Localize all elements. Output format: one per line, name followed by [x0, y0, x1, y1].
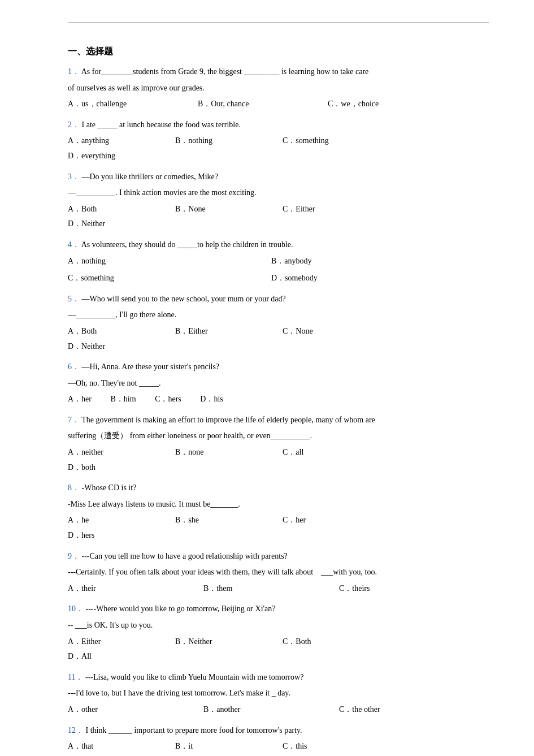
q6-optA: A．her — [68, 395, 92, 403]
question-2: 2． I ate _____ at lunch because the food… — [68, 118, 489, 164]
q7-optA: A．neither — [68, 445, 170, 460]
q8-optB: B．she — [175, 513, 277, 528]
q3-options: A．Both B．None C．Either D．Neither — [68, 202, 489, 232]
q10-optB: B．Neither — [175, 634, 277, 650]
q3-optC: C．Either — [283, 202, 384, 217]
q5-text2: —__________, I'll go there alone. — [68, 308, 489, 323]
q10-content1: ----Where would you like to go tomorrow,… — [86, 604, 276, 613]
q9-content1: ---Can you tell me how to have a good re… — [82, 552, 288, 560]
q11-optC: C．the other — [339, 702, 469, 718]
q12-content: I think ______ important to prepare more… — [86, 726, 302, 735]
q2-optD: D．everything — [68, 149, 170, 164]
top-divider — [68, 23, 489, 23]
q4-optC: C．something — [68, 271, 266, 286]
q10-optA: A．Either — [68, 634, 170, 650]
question-12: 12． I think ______ important to prepare … — [68, 723, 489, 756]
question-8: 8． -Whose CD is it? -Miss Lee always lis… — [68, 481, 489, 543]
q9-text2: ---Certainly. If you often talk about yo… — [68, 565, 489, 580]
q4-num: 4． — [68, 240, 80, 249]
q3-content1: —Do you like thrillers or comedies, Mike… — [82, 172, 218, 181]
q9-optC: C．theirs — [339, 581, 469, 597]
q4-optB: B．anybody — [271, 254, 429, 269]
q6-text1: 6． —Hi, Anna. Are these your sister's pe… — [68, 360, 489, 375]
q6-text2: —Oh, no. They're not _____. — [68, 376, 489, 391]
q5-optC: C．None — [283, 324, 384, 339]
q1-content: As for________students from Grade 9, the… — [81, 67, 369, 76]
q2-optB: B．nothing — [175, 133, 277, 149]
q5-text1: 5． —Who will send you to the new school,… — [68, 292, 489, 307]
q1-num: 1． — [68, 67, 80, 76]
q10-options: A．Either B．Neither C．Both D．All — [68, 634, 489, 664]
q12-options: A．that B．it C．this D．us — [68, 739, 489, 756]
q11-content1: ---Lisa, would you like to climb Yuelu M… — [85, 673, 303, 681]
q11-optB: B．another — [203, 702, 333, 718]
q12-optB: B．it — [175, 739, 277, 754]
q4-content: As volunteers, they should do _____to he… — [81, 240, 293, 249]
q8-optD: D．hers — [68, 528, 170, 543]
q6-options-inline: A．her B．him C．hers D．his — [68, 392, 489, 407]
q2-content: I ate _____ at lunch because the food wa… — [82, 120, 241, 129]
q3-text1: 3． —Do you like thrillers or comedies, M… — [68, 170, 489, 185]
question-11: 11． ---Lisa, would you like to climb Yue… — [68, 670, 489, 718]
q10-num: 10． — [68, 604, 84, 613]
q1-text2: of ourselves as well as improve our grad… — [68, 81, 489, 96]
q8-text2: -Miss Lee always listens to music. It mu… — [68, 497, 489, 512]
q10-text1: 10． ----Where would you like to go tomor… — [68, 602, 489, 617]
q5-optB: B．Either — [175, 324, 277, 339]
q3-text2: —__________. I think action movies are t… — [68, 185, 489, 201]
q3-num: 3． — [68, 172, 80, 181]
q2-optC: C．something — [283, 133, 384, 149]
question-9: 9． ---Can you tell me how to have a good… — [68, 549, 489, 597]
q3-optA: A．Both — [68, 202, 170, 217]
q8-num: 8． — [68, 483, 80, 492]
q9-options: A．their B．them C．theirs — [68, 581, 489, 597]
q11-num: 11． — [68, 673, 83, 681]
q8-text1: 8． -Whose CD is it? — [68, 481, 489, 496]
q1-optB: B．Our, chance — [198, 97, 322, 112]
q6-optD: D．his — [200, 395, 223, 403]
q5-optD: D．Neither — [68, 339, 170, 355]
q7-num: 7． — [68, 416, 80, 424]
q9-optB: B．them — [203, 581, 333, 597]
q11-options: A．other B．another C．the other — [68, 702, 489, 718]
q1-text: 1． As for________students from Grade 9, … — [68, 64, 489, 80]
question-1: 1． As for________students from Grade 9, … — [68, 64, 489, 112]
question-4: 4． As volunteers, they should do _____to… — [68, 237, 489, 286]
q4-optD: D．somebody — [271, 271, 429, 286]
q7-optC: C．all — [283, 445, 384, 460]
q2-text: 2． I ate _____ at lunch because the food… — [68, 118, 489, 133]
q12-num: 12． — [68, 726, 84, 735]
q5-content1: —Who will send you to the new school, yo… — [82, 295, 286, 303]
q7-text1: 7． The government is making an effort to… — [68, 413, 489, 428]
q5-optA: A．Both — [68, 324, 170, 339]
question-7: 7． The government is making an effort to… — [68, 413, 489, 475]
q7-content1: The government is making an effort to im… — [81, 416, 375, 424]
q2-num: 2． — [68, 120, 80, 129]
q1-options: A．us，challenge B．Our, chance C．we，choice — [68, 97, 489, 112]
page: 一、选择题 1． As for________students from Gra… — [0, 0, 534, 756]
q10-text2: -- ___is OK. It's up to you. — [68, 618, 489, 633]
q10-optD: D．All — [68, 649, 170, 664]
q12-optC: C．this — [283, 739, 384, 754]
q10-optC: C．Both — [283, 634, 384, 650]
q5-options: A．Both B．Either C．None D．Neither — [68, 324, 489, 354]
q12-text: 12． I think ______ important to prepare … — [68, 723, 489, 738]
q11-optA: A．other — [68, 702, 198, 718]
q12-optA: A．that — [68, 739, 170, 754]
q7-options: A．neither B．none C．all D．both — [68, 445, 489, 475]
q6-content1: —Hi, Anna. Are these your sister's penci… — [82, 362, 220, 371]
question-10: 10． ----Where would you like to go tomor… — [68, 602, 489, 664]
q8-optA: A．he — [68, 513, 170, 528]
q4-options: A．nothing B．anybody — [68, 254, 489, 269]
q9-optA: A．their — [68, 581, 198, 597]
q11-text1: 11． ---Lisa, would you like to climb Yue… — [68, 670, 489, 685]
section-title: 一、选择题 — [68, 46, 489, 58]
q8-optC: C．her — [283, 513, 384, 528]
q8-content1: -Whose CD is it? — [82, 483, 137, 492]
q4-options2: C．something D．somebody — [68, 271, 489, 286]
q6-optB: B．him — [111, 395, 136, 403]
q9-text1: 9． ---Can you tell me how to have a good… — [68, 549, 489, 564]
q2-optA: A．anything — [68, 133, 170, 149]
q7-optB: B．none — [175, 445, 277, 460]
q8-options: A．he B．she C．her D．hers — [68, 513, 489, 543]
